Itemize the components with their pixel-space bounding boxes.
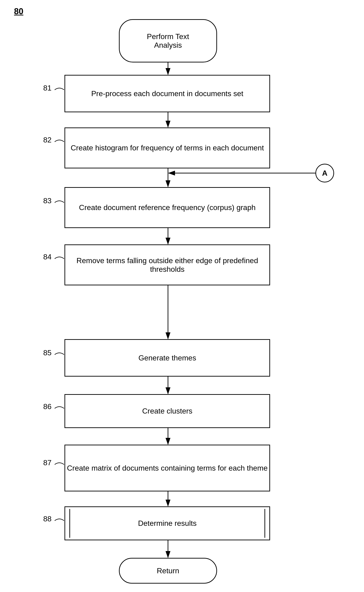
- step-87-text: Create matrix of documents containing te…: [67, 464, 267, 472]
- step-85: Generate themes: [65, 339, 270, 377]
- step-85-text: Generate themes: [138, 354, 196, 362]
- step-86-text: Create clusters: [142, 407, 192, 415]
- diagram-container: 80 Perform TextAnalysis 81 Pre-process e…: [0, 0, 364, 592]
- step-label-85: 85: [43, 348, 65, 357]
- step-label-82: 82: [43, 136, 65, 144]
- step-88-text: Determine results: [138, 519, 197, 528]
- step-81-text: Pre-process each document in documents s…: [91, 89, 243, 98]
- step-label-88: 88: [43, 515, 65, 523]
- step-84-text: Remove terms falling outside either edge…: [65, 256, 269, 274]
- end-oval: Return: [119, 558, 217, 584]
- step-82-text: Create histogram for frequency of terms …: [71, 144, 264, 152]
- connector-a: A: [315, 164, 334, 182]
- step-label-86: 86: [43, 402, 65, 411]
- step-82: Create histogram for frequency of terms …: [65, 127, 270, 168]
- step-label-87: 87: [43, 459, 65, 467]
- step-label-83: 83: [43, 196, 65, 205]
- step-84: Remove terms falling outside either edge…: [65, 244, 270, 285]
- step-88: Determine results: [65, 506, 270, 540]
- step-label-84: 84: [43, 253, 65, 261]
- step-label-81: 81: [43, 84, 65, 92]
- start-oval-text: Perform TextAnalysis: [147, 32, 189, 50]
- end-oval-text: Return: [157, 566, 179, 575]
- step-83: Create document reference frequency (cor…: [65, 187, 270, 228]
- start-oval: Perform TextAnalysis: [119, 19, 217, 62]
- step-83-text: Create document reference frequency (cor…: [79, 203, 256, 212]
- figure-label: 80: [14, 7, 23, 16]
- step-87: Create matrix of documents containing te…: [65, 445, 270, 492]
- connector-a-label: A: [322, 169, 327, 178]
- step-81: Pre-process each document in documents s…: [65, 75, 270, 112]
- step-86: Create clusters: [65, 394, 270, 428]
